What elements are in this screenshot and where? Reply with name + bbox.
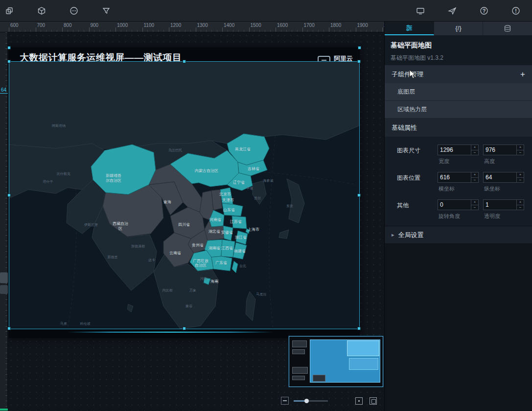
map-label: 加德满都	[131, 244, 145, 248]
map-label: 东京	[286, 204, 293, 208]
opacity-field-group: +− 透明度	[483, 199, 524, 222]
map-label: 天津市	[222, 198, 234, 202]
component-title: 基础平面地图	[391, 41, 526, 50]
x-caption: 横坐标	[438, 185, 479, 193]
alert-icon[interactable]: !	[511, 6, 520, 15]
add-subcomponent-button[interactable]: +	[520, 70, 525, 78]
map-label: 达卡	[148, 258, 155, 262]
map-label: 尔自治区	[106, 178, 121, 183]
ruler-number: 1400	[224, 23, 234, 28]
tab-code[interactable]: {/}	[434, 22, 484, 35]
map-label: 新德里	[108, 255, 118, 259]
map-label: 青海	[163, 200, 171, 204]
map-label: 黑龙江省	[235, 147, 251, 151]
zoom-out-icon[interactable]	[281, 397, 289, 405]
opacity-input[interactable]	[484, 200, 516, 210]
stepper-up[interactable]: +	[517, 145, 524, 150]
section-global-settings[interactable]: ▸ 全局设置	[385, 226, 532, 244]
stepper-down[interactable]: −	[517, 205, 524, 210]
ruler-number: 1200	[170, 23, 181, 28]
map-label: 吉林省	[248, 167, 259, 171]
china-map-svg: 新疆维吾尔自治区西藏自治区青海内蒙古自治区黑龙江省吉林省辽宁省北京市天津市山东省…	[9, 61, 360, 329]
fit-to-screen-icon[interactable]	[355, 397, 363, 405]
fit-selection-icon[interactable]	[370, 397, 377, 405]
zoom-slider[interactable]	[294, 400, 328, 402]
minimap[interactable]	[289, 336, 383, 387]
screen-artboard[interactable]: 大数据计算服务运维视屏——测试项目 阿里云 新疆维吾尔自治区西藏自治区青海内蒙古…	[9, 48, 360, 338]
stepper-down[interactable]: −	[471, 178, 478, 183]
screen-decoration-line	[68, 332, 273, 333]
minimap-block	[349, 358, 378, 370]
selection-guide-line	[0, 93, 8, 94]
offcanvas-item-1[interactable]	[0, 272, 8, 283]
publish-icon[interactable]	[448, 6, 457, 15]
zoom-bar	[281, 396, 384, 406]
stepper-down[interactable]: −	[517, 178, 524, 183]
more-icon[interactable]	[69, 6, 78, 15]
map-label: 辽宁省	[233, 180, 245, 185]
filter-icon[interactable]	[102, 6, 111, 15]
scroll-indicator[interactable]	[0, 409, 8, 411]
stepper-up[interactable]: +	[517, 172, 524, 178]
ruler-number: 700	[37, 23, 46, 28]
y-field-group: +− 纵坐标	[483, 172, 524, 194]
china-map-component[interactable]: 新疆维吾尔自治区西藏自治区青海内蒙古自治区黑龙江省吉林省辽宁省北京市天津市山东省…	[9, 61, 360, 329]
section-subcomponents[interactable]: 子组件管理 +	[385, 65, 532, 83]
ruler-number: 1900	[357, 23, 368, 28]
width-caption: 宽度	[438, 158, 479, 165]
datav-editor: ? ! 600700800900100011001200130014001500…	[0, 0, 532, 411]
artboard-handle[interactable]	[8, 46, 11, 49]
ruler-vertical[interactable]: 64	[0, 32, 8, 411]
stepper-up[interactable]: +	[471, 172, 478, 178]
width-input[interactable]	[438, 145, 471, 155]
map-label: 浙江省	[235, 235, 247, 240]
toolbar-right-group: ? !	[416, 6, 532, 15]
layers-icon[interactable]	[5, 6, 14, 15]
layer-item-basemap[interactable]: 底图层	[385, 83, 532, 101]
map-label: 曼谷	[185, 304, 192, 308]
section-basic-properties[interactable]: 基础属性	[385, 119, 532, 137]
height-input[interactable]	[484, 145, 516, 155]
ruler-number: 1000	[117, 23, 128, 28]
map-label: 江西省	[221, 246, 233, 250]
screen-icon[interactable]	[416, 6, 425, 15]
layer-item-heatmap[interactable]: 区域热力层	[385, 101, 532, 119]
rotation-input-box: +−	[438, 199, 479, 210]
help-icon[interactable]: ?	[480, 6, 488, 15]
stepper-up[interactable]: +	[517, 200, 524, 205]
field-row-size: 图表尺寸 +− 宽度 +− 高度	[397, 140, 527, 167]
map-label: 西藏自治	[113, 221, 128, 226]
map-label: 广西壮族	[193, 259, 208, 263]
ruler-horizontal[interactable]: 6007008009001000110012001300140015001600…	[0, 22, 384, 32]
height-input-box: +−	[483, 145, 524, 155]
stepper-down[interactable]: −	[471, 150, 478, 155]
x-input[interactable]	[438, 172, 471, 182]
map-label: 上海市	[247, 227, 259, 232]
map-label: 马尼拉	[256, 292, 267, 296]
stepper-down[interactable]: −	[471, 205, 478, 210]
y-input[interactable]	[484, 172, 516, 182]
stepper-up[interactable]: +	[471, 200, 478, 205]
design-canvas[interactable]: 大数据计算服务运维视屏——测试项目 阿里云 新疆维吾尔自治区西藏自治区青海内蒙古…	[8, 32, 384, 411]
zoom-slider-handle[interactable]	[304, 399, 309, 403]
artboard-handle[interactable]	[358, 46, 361, 49]
map-label: 河南省	[209, 218, 221, 222]
tab-settings[interactable]	[385, 22, 434, 35]
tab-data[interactable]	[483, 22, 532, 35]
stepper-down[interactable]: −	[517, 150, 524, 155]
rotation-input[interactable]	[438, 200, 471, 210]
data-tab-icon	[504, 24, 511, 32]
ruler-number: 600	[10, 23, 19, 28]
offcanvas-item-2[interactable]	[0, 285, 8, 294]
ruler-number: 1100	[144, 23, 155, 28]
map-label: 安徽省	[221, 230, 233, 235]
map-label: 福建省	[233, 249, 246, 253]
cube-icon[interactable]	[37, 6, 46, 15]
map-label: 比什凯克	[57, 172, 70, 176]
map-label: 万象	[189, 289, 196, 292]
ruler-number: 1800	[330, 23, 341, 28]
stepper-up[interactable]: +	[471, 145, 478, 150]
component-version: 基础平面地图 v1.3.2	[391, 54, 526, 62]
rotation-caption: 旋转角度	[438, 213, 479, 220]
map-label: 台北	[239, 264, 246, 268]
